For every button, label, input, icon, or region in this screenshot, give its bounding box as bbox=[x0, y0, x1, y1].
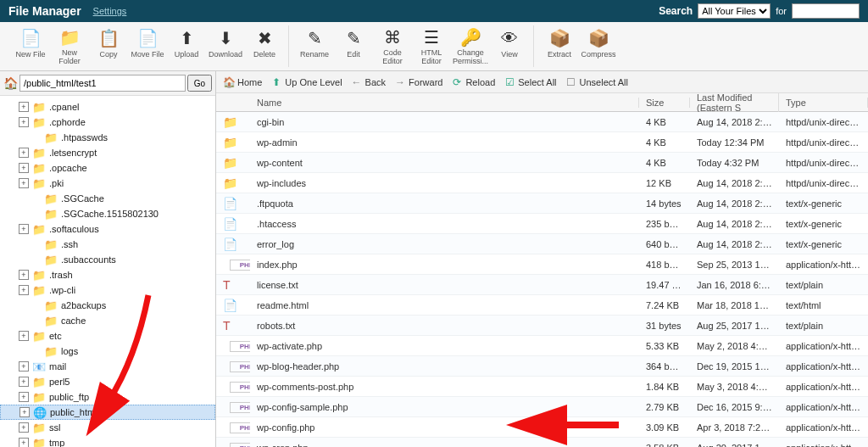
tree-SGCache1515802130[interactable]: 📁.SGCache.1515802130 bbox=[0, 206, 215, 221]
file-row[interactable]: PHP wp-comments-post.php 1.84 KB May 3, … bbox=[216, 377, 868, 397]
path-input[interactable] bbox=[19, 75, 186, 92]
file-row[interactable]: 📄 .ftpquota 14 bytes Aug 14, 2018 2:16 P… bbox=[216, 193, 868, 214]
file-row[interactable]: 📁 cgi-bin 4 KB Aug 14, 2018 2:12 PM http… bbox=[216, 112, 868, 132]
check-icon: ☑ bbox=[504, 76, 515, 88]
tree-a2backups[interactable]: 📁a2backups bbox=[0, 298, 215, 313]
edit-button[interactable]: ✎Edit bbox=[335, 25, 372, 67]
col-date[interactable]: Last Modified (Eastern S bbox=[690, 92, 779, 113]
nav-select-all[interactable]: ☑Select All bbox=[504, 76, 556, 88]
search-filter[interactable]: All Your Files bbox=[698, 3, 771, 19]
expand-icon[interactable]: + bbox=[19, 438, 29, 447]
file-row[interactable]: T license.txt 19.47 KB Jan 16, 2018 6:10… bbox=[216, 275, 868, 295]
html-editor-button[interactable]: ☰HTML Editor bbox=[413, 25, 450, 67]
tree-htpasswds[interactable]: 📁.htpasswds bbox=[0, 130, 215, 145]
tree-etc[interactable]: +📁etc bbox=[0, 328, 215, 344]
extract-button[interactable]: 📦Extract bbox=[541, 25, 578, 67]
tree-trash[interactable]: +📁.trash bbox=[0, 267, 215, 282]
file-row[interactable]: 📄 readme.html 7.24 KB Mar 18, 2018 10:43… bbox=[216, 295, 868, 316]
tree-public_html[interactable]: +🌐public_html bbox=[0, 405, 215, 420]
move-file-button[interactable]: 📄Move File bbox=[129, 25, 166, 67]
folder-icon: 📁 bbox=[44, 315, 58, 327]
home-icon[interactable]: 🏠 bbox=[3, 76, 18, 90]
file-row[interactable]: PHP wp-config-sample.php 2.79 KB Dec 16,… bbox=[216, 397, 868, 417]
upload-button[interactable]: ⬆Upload bbox=[168, 25, 205, 67]
tree-cache[interactable]: 📁cache bbox=[0, 313, 215, 328]
expand-icon[interactable]: + bbox=[19, 361, 29, 372]
tree-cphorde[interactable]: +📁.cphorde bbox=[0, 115, 215, 130]
folder-icon: 📁 bbox=[32, 437, 46, 447]
tree-letsencrypt[interactable]: +📁.letsencrypt bbox=[0, 145, 215, 160]
nav-home[interactable]: 🏠Home bbox=[223, 76, 262, 88]
tree-ssl[interactable]: +📁ssl bbox=[0, 420, 215, 435]
nav-forward[interactable]: →Forward bbox=[394, 76, 442, 88]
php-icon: PHP bbox=[230, 422, 250, 433]
pathbar: 🏠 Go bbox=[0, 71, 215, 96]
code-editor-button[interactable]: ⌘Code Editor bbox=[374, 25, 411, 67]
change-perm-button[interactable]: 🔑Change Permissi... bbox=[452, 25, 489, 67]
expand-icon[interactable]: + bbox=[19, 392, 29, 402]
file-row[interactable]: 📁 wp-admin 4 KB Today 12:34 PM httpd/uni… bbox=[216, 132, 868, 153]
folder-icon: 📁 bbox=[32, 376, 46, 388]
expand-icon[interactable]: + bbox=[19, 178, 29, 188]
new-file-button[interactable]: 📄New File bbox=[12, 25, 49, 67]
file-row[interactable]: 📁 wp-content 4 KB Today 4:32 PM httpd/un… bbox=[216, 153, 868, 173]
tree-subaccounts[interactable]: 📁.subaccounts bbox=[0, 252, 215, 267]
expand-icon[interactable]: + bbox=[19, 224, 29, 234]
tree-ssh[interactable]: 📁.ssh bbox=[0, 237, 215, 252]
download-button[interactable]: ⬇Download bbox=[207, 25, 244, 67]
nav-back[interactable]: ←Back bbox=[351, 76, 386, 88]
file-row[interactable]: PHP wp-cron.php 3.58 KB Aug 20, 2017 11:… bbox=[216, 438, 868, 447]
expand-icon[interactable]: + bbox=[19, 285, 29, 295]
expand-icon[interactable]: + bbox=[19, 270, 29, 280]
expand-icon[interactable]: + bbox=[19, 163, 29, 173]
search-input[interactable] bbox=[792, 3, 860, 19]
file-row[interactable]: 📁 wp-includes 12 KB Aug 14, 2018 2:13 PM… bbox=[216, 173, 868, 193]
nav-reload[interactable]: ⟳Reload bbox=[451, 76, 495, 88]
tree-softaculous[interactable]: +📁.softaculous bbox=[0, 221, 215, 237]
file-row[interactable]: 📄 .htaccess 235 bytes Aug 14, 2018 2:13 … bbox=[216, 214, 868, 234]
tree-tmp[interactable]: +📁tmp bbox=[0, 435, 215, 447]
tree-perl5[interactable]: +📁perl5 bbox=[0, 374, 215, 389]
file-row[interactable]: PHP wp-activate.php 5.33 KB May 2, 2018 … bbox=[216, 336, 868, 356]
upload-icon: ⬆ bbox=[175, 27, 198, 49]
file-row[interactable]: 📄 error_log 640 bytes Aug 14, 2018 2:21 … bbox=[216, 234, 868, 254]
tree-SGCache[interactable]: 📁.SGCache bbox=[0, 191, 215, 206]
file-row[interactable]: PHP index.php 418 bytes Sep 25, 2013 12:… bbox=[216, 254, 868, 275]
compress-button[interactable]: 📦Compress bbox=[580, 25, 617, 67]
nav-unselect-all[interactable]: ☐Unselect All bbox=[565, 76, 628, 88]
delete-button[interactable]: ✖Delete bbox=[246, 25, 283, 67]
view-button[interactable]: 👁View bbox=[491, 25, 528, 67]
col-type[interactable]: Type bbox=[779, 98, 868, 108]
expand-icon[interactable]: + bbox=[19, 407, 30, 417]
new-folder-button[interactable]: 📁New Folder bbox=[51, 25, 88, 67]
tree-logs[interactable]: 📁logs bbox=[0, 344, 215, 359]
file-row[interactable]: PHP wp-blog-header.php 364 bytes Dec 19,… bbox=[216, 356, 868, 377]
col-size[interactable]: Size bbox=[639, 98, 690, 108]
tree-pki[interactable]: +📁.pki bbox=[0, 176, 215, 191]
tree-wp-cli[interactable]: +📁.wp-cli bbox=[0, 282, 215, 298]
php-icon: PHP bbox=[230, 260, 250, 271]
go-button[interactable]: Go bbox=[187, 75, 212, 92]
col-name[interactable]: Name bbox=[250, 98, 639, 108]
expand-icon[interactable]: + bbox=[19, 422, 29, 433]
tree-mail[interactable]: +📧mail bbox=[0, 359, 215, 374]
tree-public_ftp[interactable]: +📁public_ftp bbox=[0, 389, 215, 405]
file-row[interactable]: T robots.txt 31 bytes Aug 25, 2017 12:00… bbox=[216, 316, 868, 336]
expand-icon[interactable]: + bbox=[19, 102, 29, 112]
expand-icon[interactable]: + bbox=[19, 377, 29, 387]
sidebar: 🏠 Go +📁.cpanel+📁.cphorde📁.htpasswds+📁.le… bbox=[0, 71, 216, 447]
expand-icon[interactable]: + bbox=[19, 148, 29, 158]
expand-icon[interactable]: + bbox=[19, 331, 29, 341]
rename-button[interactable]: ✎Rename bbox=[296, 25, 333, 67]
tree-opcache[interactable]: +📁.opcache bbox=[0, 160, 215, 176]
tree-cpanel[interactable]: +📁.cpanel bbox=[0, 99, 215, 115]
change-perm-icon: 🔑 bbox=[459, 27, 481, 47]
expand-icon[interactable]: + bbox=[19, 117, 29, 127]
reload-icon: ⟳ bbox=[451, 76, 463, 88]
code-editor-icon: ⌘ bbox=[381, 27, 403, 47]
nav-up[interactable]: ⬆Up One Level bbox=[270, 76, 342, 88]
copy-button[interactable]: 📋Copy bbox=[90, 25, 127, 67]
file-row[interactable]: PHP wp-config.php 3.09 KB Apr 3, 2018 7:… bbox=[216, 417, 868, 438]
settings-link[interactable]: Settings bbox=[93, 6, 127, 16]
dir-icon: 📁 bbox=[223, 176, 237, 190]
